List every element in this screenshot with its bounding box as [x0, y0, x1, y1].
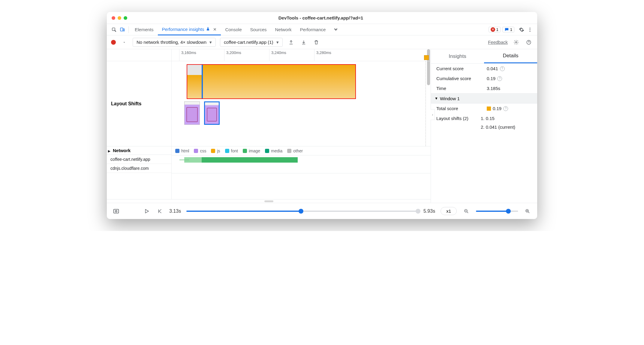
tab-label: Console — [225, 27, 242, 32]
network-legend: html css js font image media other — [172, 146, 431, 155]
export-icon[interactable] — [287, 38, 295, 46]
tab-elements[interactable]: Elements — [131, 24, 158, 35]
network-request-bar[interactable] — [184, 157, 298, 163]
minimize-window-button[interactable] — [118, 16, 121, 20]
close-window-button[interactable] — [112, 16, 115, 20]
tab-sources[interactable]: Sources — [246, 24, 271, 35]
network-host-row[interactable]: cdnjs.cloudflare.com — [107, 164, 171, 173]
network-host-row[interactable]: coffee-cart.netlify.app — [107, 155, 171, 164]
zoom-out-icon[interactable] — [462, 207, 471, 215]
current-marker[interactable] — [202, 65, 203, 98]
section-title: Window 1 — [440, 96, 460, 101]
screenshot-thumbnail-selected[interactable] — [204, 101, 220, 125]
svg-point-6 — [516, 41, 517, 43]
sidepanel-tab-insights[interactable]: Insights — [431, 49, 484, 63]
legend-label: css — [200, 148, 206, 153]
svg-point-3 — [530, 28, 531, 28]
settings-icon[interactable] — [517, 26, 526, 34]
more-tabs-icon[interactable] — [332, 26, 340, 34]
layout-shift-entry[interactable]: 2. 0.041 (current) — [481, 124, 515, 130]
tab-label: Sources — [250, 27, 266, 32]
import-icon[interactable] — [299, 38, 308, 46]
window-titlebar: DevTools - coffee-cart.netlify.app/?ad=1 — [107, 12, 537, 24]
selection-highlight — [187, 64, 356, 99]
tab-label: Network — [275, 27, 292, 32]
flask-icon — [206, 27, 210, 32]
time-ruler[interactable]: 3,160ms 3,200ms 3,240ms 3,280ms — [172, 49, 431, 61]
detail-value: 0.041 — [487, 66, 498, 71]
tab-performance[interactable]: Performance — [296, 24, 330, 35]
help-icon[interactable]: ? — [503, 106, 508, 111]
legend-label: js — [217, 148, 220, 153]
track-label-network[interactable]: Network — [107, 146, 171, 155]
screenshot-thumbnail[interactable] — [184, 101, 200, 125]
legend-swatch — [211, 149, 215, 153]
horizontal-scrollbar[interactable] — [107, 199, 431, 203]
track-label-layout-shifts: Layout Shifts — [107, 61, 171, 146]
layout-shift-entry[interactable]: 1. 0.15 — [481, 116, 495, 121]
ruler-tick: 3,160ms — [179, 49, 196, 61]
detail-key: Current score — [436, 66, 487, 71]
detail-key: Total score — [436, 106, 487, 111]
legend-label: html — [181, 148, 189, 153]
tab-network[interactable]: Network — [271, 24, 296, 35]
delete-icon[interactable] — [312, 38, 320, 46]
legend-label: media — [271, 148, 282, 153]
tab-label: Details — [503, 53, 519, 59]
legend-swatch — [194, 149, 198, 153]
playback-end-time: 5.93s — [423, 208, 435, 214]
preview-toggle-icon[interactable] — [112, 207, 120, 215]
zoom-slider[interactable] — [476, 211, 518, 212]
help-icon[interactable] — [525, 38, 533, 46]
play-button[interactable] — [143, 207, 151, 215]
network-lane[interactable] — [172, 155, 431, 173]
tab-performance-insights[interactable]: Performance insights ✕ — [158, 24, 221, 35]
legend-label: image — [249, 148, 260, 153]
legend-swatch — [175, 149, 179, 153]
throttling-select[interactable]: No network throttling, 4× slowdown ▾ — [133, 38, 216, 47]
svg-rect-2 — [123, 29, 125, 31]
error-icon: ✕ — [491, 27, 495, 32]
playback-slider[interactable] — [186, 211, 301, 212]
maximize-window-button[interactable] — [124, 16, 127, 20]
chevron-down-icon: ▾ — [209, 40, 212, 45]
playback-speed[interactable]: x1 — [441, 207, 457, 215]
detail-key: Layout shifts (2) — [436, 116, 481, 121]
overview-marker[interactable] — [424, 55, 429, 60]
error-count: 1 — [496, 27, 498, 32]
help-icon[interactable]: ? — [497, 76, 502, 81]
expand-sidepanel-handle[interactable]: › — [431, 109, 435, 120]
sidepanel-tab-details[interactable]: Details — [484, 49, 537, 63]
zoom-in-icon[interactable] — [523, 207, 532, 215]
legend-label: other — [293, 148, 303, 153]
recording-select[interactable]: coffee-cart.netlify.app (1) ▾ — [220, 38, 283, 47]
device-toggle-icon[interactable] — [118, 26, 127, 34]
panel-settings-icon[interactable] — [512, 38, 520, 46]
ruler-tick: 3,200ms — [224, 49, 241, 61]
inspect-icon[interactable] — [110, 26, 118, 34]
speed-value: x1 — [446, 208, 451, 214]
go-to-start-button[interactable] — [156, 207, 164, 215]
record-button[interactable] — [111, 40, 116, 45]
close-tab-icon[interactable]: ✕ — [213, 27, 217, 32]
feedback-link[interactable]: Feedback — [488, 40, 508, 45]
layout-shifts-lane[interactable] — [172, 61, 431, 146]
record-menu-caret[interactable] — [120, 38, 128, 46]
tab-console[interactable]: Console — [221, 24, 246, 35]
playback-slider-remaining[interactable] — [303, 211, 418, 212]
legend-swatch — [287, 149, 291, 153]
window-section-header[interactable]: ▼ Window 1 — [431, 93, 537, 104]
help-icon[interactable]: ? — [500, 66, 505, 71]
error-count-badge[interactable]: ✕ 1 — [489, 27, 501, 32]
tab-label: Insights — [449, 53, 466, 59]
message-count: 1 — [510, 27, 512, 32]
kebab-menu-icon[interactable] — [526, 26, 534, 34]
detail-key: Cumulative score — [436, 76, 487, 81]
legend-swatch — [265, 149, 269, 153]
detail-value: 0.19 — [487, 76, 495, 81]
window-controls — [112, 16, 127, 20]
panel-toolbar: No network throttling, 4× slowdown ▾ cof… — [107, 35, 537, 49]
message-count-badge[interactable]: 1 — [502, 27, 514, 32]
svg-rect-1 — [120, 28, 123, 31]
tab-label: Performance insights — [162, 27, 204, 32]
